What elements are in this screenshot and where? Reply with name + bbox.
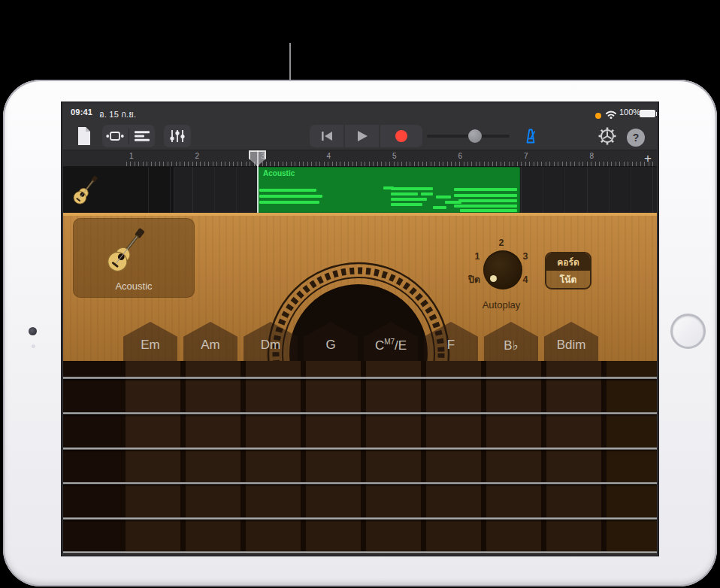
grid-beat-line <box>170 167 171 213</box>
midi-note <box>454 205 517 208</box>
column-divider <box>301 361 306 554</box>
chord-column-dm[interactable] <box>246 361 301 554</box>
chord-label: Bdim <box>544 338 598 353</box>
chord-root: C <box>375 338 384 353</box>
play-button[interactable] <box>345 125 379 147</box>
annotated-screenshot: 09:41 อ. 15 ก.ย. 100% <box>0 0 720 588</box>
midi-note <box>391 203 422 206</box>
chord-strings-area[interactable] <box>63 361 657 554</box>
view-switcher <box>102 125 155 147</box>
chord-strip-em[interactable]: Em <box>123 322 177 361</box>
instrument-card-label: Acoustic <box>73 280 195 292</box>
volume-slider-knob[interactable] <box>468 129 482 143</box>
chord-strip-b♭[interactable]: B♭ <box>484 322 538 361</box>
midi-note <box>460 209 517 212</box>
fretboard-left-margin <box>63 361 122 554</box>
tracks-area: Acoustic <box>63 167 657 213</box>
midi-region-acoustic[interactable]: Acoustic <box>257 167 520 213</box>
chord-strip-g[interactable]: G <box>304 322 358 361</box>
metronome-icon <box>522 127 540 145</box>
toggle-chords[interactable]: คอร์ด <box>546 253 590 271</box>
add-bars-button[interactable]: + <box>640 151 655 166</box>
region-label: Acoustic <box>263 169 295 177</box>
midi-note <box>433 206 446 209</box>
toggle-notes[interactable]: โน้ต <box>546 271 590 288</box>
ruler-bar-number: 5 <box>392 152 397 160</box>
chord-strip-bdim[interactable]: Bdim <box>544 322 598 361</box>
autoplay-knob[interactable] <box>483 250 522 289</box>
midi-note <box>454 188 517 191</box>
column-divider <box>180 361 186 554</box>
wood-edge <box>63 213 657 216</box>
ambient-sensor <box>32 344 35 348</box>
column-divider <box>120 361 126 554</box>
location-indicator-icon <box>595 113 601 119</box>
autoplay-title: Autoplay <box>483 299 521 311</box>
chord-root: G <box>325 338 335 352</box>
instrument-picker-card[interactable]: Acoustic <box>73 218 195 298</box>
guitar-string <box>63 482 657 484</box>
instrument-view-button[interactable] <box>102 125 129 147</box>
tracks-view-button[interactable] <box>129 125 155 147</box>
chord-column-b♭[interactable] <box>486 361 541 554</box>
chord-column-am[interactable] <box>186 361 241 554</box>
midi-note <box>259 195 322 198</box>
chord-strips-row: EmAmDmGCM7/EFB♭Bdim <box>63 322 657 361</box>
chord-strip-am[interactable]: Am <box>183 322 237 361</box>
chord-column-bdim[interactable] <box>546 361 601 554</box>
metronome-button[interactable] <box>519 125 543 147</box>
track-controls-button[interactable] <box>164 125 191 147</box>
chord-column-f[interactable] <box>426 361 481 554</box>
grid-beat-line <box>564 167 565 213</box>
mixer-sliders-icon <box>169 129 186 143</box>
grid-beat-line <box>236 167 237 213</box>
chord-quality-superscript: M7 <box>384 338 395 346</box>
chord-column-c[interactable] <box>366 361 421 554</box>
grid-beat-line <box>652 167 653 213</box>
ruler-bar-number: 6 <box>458 152 463 160</box>
transport-controls <box>310 125 422 147</box>
grid-beat-line <box>192 167 193 213</box>
chord-strip-c[interactable]: CM7/E <box>364 322 418 361</box>
help-button[interactable]: ? <box>627 129 645 147</box>
song-settings-button[interactable] <box>595 125 619 147</box>
my-songs-button[interactable] <box>72 125 96 147</box>
rewind-button[interactable] <box>310 125 343 147</box>
record-button[interactable] <box>380 125 422 147</box>
volume-slider[interactable] <box>427 135 510 138</box>
ipad-screen: 09:41 อ. 15 ก.ย. 100% <box>62 102 658 556</box>
chord-root: B♭ <box>504 338 518 353</box>
chord-strip-f[interactable]: F <box>424 322 478 361</box>
guitar-string <box>63 447 657 450</box>
chord-root: Bdim <box>557 338 586 352</box>
chord-root: Dm <box>261 338 280 352</box>
document-icon <box>77 126 92 146</box>
chord-strip-dm[interactable]: Dm <box>244 322 298 361</box>
bar-ruler[interactable]: + 12345678 <box>63 150 657 167</box>
chord-root: F <box>447 338 455 352</box>
guitar-string <box>63 412 657 414</box>
column-divider <box>481 361 486 554</box>
chord-column-g[interactable] <box>306 361 361 554</box>
status-date: อ. 15 ก.ย. <box>99 108 136 121</box>
chord-bass: /E <box>395 338 407 353</box>
chord-column-em[interactable] <box>126 361 180 554</box>
battery-icon <box>640 110 655 117</box>
autoplay-position-label: 2 <box>499 238 504 248</box>
battery-percent: 100% <box>619 108 640 117</box>
guitar-string <box>63 551 657 553</box>
midi-note <box>259 201 319 204</box>
ruler-bar-number: 4 <box>327 152 331 160</box>
chord-root: Am <box>201 338 220 352</box>
autoplay-off-label: ปิด <box>468 272 480 287</box>
ruler-bar-number: 2 <box>195 152 200 160</box>
home-button[interactable] <box>670 314 706 349</box>
guitar-string <box>63 517 657 520</box>
settings-gear-icon <box>597 126 617 146</box>
column-divider <box>601 361 607 554</box>
chord-label: Am <box>183 338 237 353</box>
track-header-acoustic[interactable] <box>63 167 174 213</box>
top-toolbar: 09:41 อ. 15 ก.ย. 100% <box>63 104 657 150</box>
chord-label: CM7/E <box>364 338 418 353</box>
autoplay-position-label: 4 <box>523 274 528 285</box>
